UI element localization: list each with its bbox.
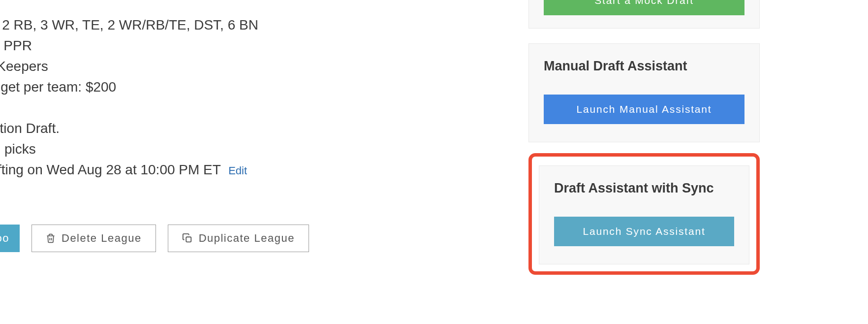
duplicate-league-button[interactable]: Duplicate League (168, 225, 309, 252)
mock-draft-card: Start a Mock Draft (528, 0, 760, 29)
sync-assistant-highlight: Draft Assistant with Sync Launch Sync As… (528, 153, 760, 275)
launch-sync-assistant-button[interactable]: Launch Sync Assistant (554, 217, 734, 246)
start-mock-draft-button[interactable]: Start a Mock Draft (544, 0, 744, 15)
duplicate-league-label: Duplicate League (199, 232, 295, 245)
trash-icon (46, 233, 56, 244)
sync-assistant-title: Draft Assistant with Sync (554, 181, 734, 196)
roster-line: B, 2 RB, 3 WR, TE, 2 WR/RB/TE, DST, 6 BN (0, 15, 443, 35)
sidebar: Start a Mock Draft Manual Draft Assistan… (528, 0, 760, 275)
delete-league-label: Delete League (62, 232, 142, 245)
scoring-line: alf PPR (0, 35, 443, 56)
league-actions-row: hoo Delete League Duplicate League (0, 225, 443, 252)
sync-assistant-card: Draft Assistant with Sync Launch Sync As… (539, 165, 749, 264)
edit-draft-time-link[interactable]: Edit (228, 164, 247, 177)
picks-line: 02 picks (0, 139, 443, 160)
league-info-section: B, 2 RB, 3 WR, TE, 2 WR/RB/TE, DST, 6 BN… (0, 15, 443, 252)
draft-type-line: uction Draft. (0, 118, 443, 139)
manual-assistant-card: Manual Draft Assistant Launch Manual Ass… (528, 43, 760, 142)
copy-icon (182, 233, 193, 244)
launch-manual-assistant-button[interactable]: Launch Manual Assistant (544, 95, 744, 124)
budget-line: udget per team: $200 (0, 77, 443, 97)
yahoo-button-label: hoo (0, 232, 9, 245)
delete-league-button[interactable]: Delete League (31, 225, 156, 252)
svg-rect-2 (186, 237, 191, 242)
yahoo-button[interactable]: hoo (0, 225, 20, 252)
manual-assistant-title: Manual Draft Assistant (544, 59, 744, 74)
draft-time-line: rafting on Wed Aug 28 at 10:00 PM ET Edi… (0, 160, 443, 180)
keepers-line: o Keepers (0, 56, 443, 77)
draft-time-text: rafting on Wed Aug 28 at 10:00 PM ET (0, 162, 220, 177)
